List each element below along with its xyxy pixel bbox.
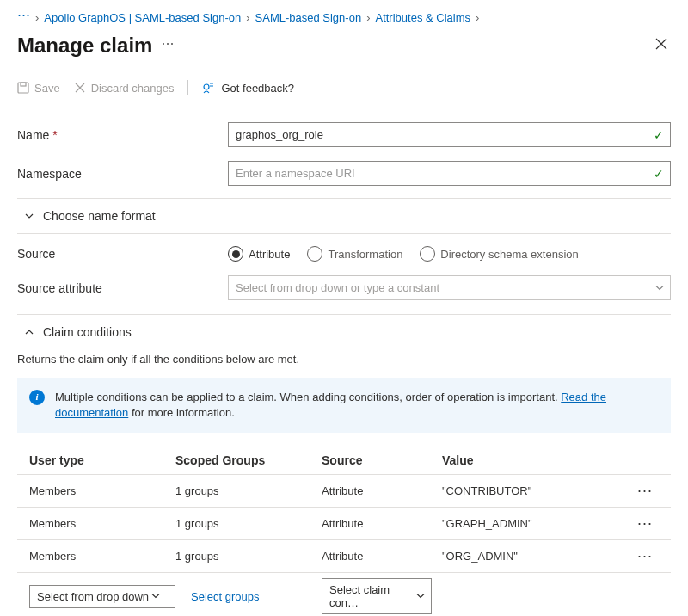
table-row: Members 1 groups Attribute "CONTRIBUTOR"… — [17, 475, 671, 508]
row-more-button[interactable]: ··· — [618, 547, 653, 565]
source-attr-label: Source attribute — [17, 281, 228, 295]
chevron-up-icon — [24, 326, 34, 339]
cell-value: "CONTRIBUTOR" — [442, 484, 618, 497]
toolbar: Save Discard changes Got feedback? — [17, 73, 671, 108]
claim-source-select[interactable]: Select claim con… — [322, 578, 432, 614]
cell-user: Members — [29, 517, 175, 530]
discard-icon — [74, 82, 86, 94]
conditions-table: User type Scoped Groups Source Value Mem… — [17, 447, 671, 616]
col-scoped-groups: Scoped Groups — [175, 453, 322, 467]
cell-source: Attribute — [322, 484, 442, 497]
table-row: Members 1 groups Attribute "GRAPH_ADMIN"… — [17, 508, 671, 540]
radio-label: Transformation — [328, 248, 402, 261]
feedback-button[interactable]: Got feedback? — [202, 81, 294, 95]
claim-conditions-label: Claim conditions — [43, 325, 132, 339]
check-icon: ✓ — [654, 128, 664, 142]
breadcrumb-sep: › — [476, 11, 479, 24]
breadcrumb-item-1[interactable]: SAML-based Sign-on — [255, 11, 362, 24]
save-icon — [17, 82, 29, 94]
info-banner: i Multiple conditions can be applied to … — [17, 378, 671, 433]
title-more-button[interactable]: ··· — [161, 34, 174, 56]
svg-point-2 — [204, 84, 209, 89]
breadcrumb-item-2[interactable]: Attributes & Claims — [375, 11, 470, 24]
new-condition-row: Select from drop down Select groups Sele… — [17, 573, 671, 616]
cell-groups: 1 groups — [175, 550, 322, 563]
info-icon: i — [29, 390, 45, 405]
info-text-suffix: for more information. — [128, 406, 235, 419]
close-icon — [655, 38, 667, 50]
radio-label: Attribute — [249, 248, 290, 261]
cell-value: "GRAPH_ADMIN" — [442, 517, 618, 530]
breadcrumb-item-0[interactable]: Apollo GraphOS | SAML-based Sign-on — [44, 11, 241, 24]
source-radio-attribute[interactable]: Attribute — [228, 246, 290, 262]
claim-conditions-expander[interactable]: Claim conditions — [17, 315, 671, 349]
namespace-label: Namespace — [17, 167, 228, 181]
claim-source-placeholder: Select claim con… — [329, 583, 390, 609]
cell-user: Members — [29, 484, 175, 497]
name-format-label: Choose name format — [43, 209, 156, 223]
name-format-expander[interactable]: Choose name format — [17, 199, 671, 234]
radio-label: Directory schema extension — [440, 248, 578, 261]
breadcrumb-sep: › — [35, 11, 39, 24]
toolbar-divider — [187, 80, 188, 95]
select-groups-link[interactable]: Select groups — [191, 590, 260, 603]
row-more-button[interactable]: ··· — [618, 482, 653, 500]
cell-value: "ORG_ADMIN" — [442, 550, 618, 563]
discard-label: Discard changes — [91, 82, 175, 95]
info-text-prefix: Multiple conditions can be applied to a … — [55, 391, 561, 403]
source-radio-transformation[interactable]: Transformation — [307, 246, 402, 262]
table-row: Members 1 groups Attribute "ORG_ADMIN" ·… — [17, 540, 671, 573]
source-radio-group: Attribute Transformation Directory schem… — [228, 246, 671, 262]
save-label: Save — [34, 82, 60, 95]
col-user-type: User type — [29, 453, 175, 467]
col-source: Source — [322, 453, 442, 467]
breadcrumb-sep: › — [366, 11, 370, 24]
row-more-button[interactable]: ··· — [618, 514, 653, 533]
user-type-placeholder: Select from drop down — [37, 590, 149, 603]
source-label: Source — [17, 247, 228, 261]
namespace-input[interactable] — [228, 161, 671, 186]
claim-conditions-desc: Returns the claim only if all the condit… — [17, 353, 671, 366]
feedback-icon — [202, 81, 216, 95]
cell-source: Attribute — [322, 517, 442, 530]
breadcrumb-ellipsis[interactable]: ··· — [17, 10, 30, 24]
user-type-select[interactable]: Select from drop down — [29, 585, 175, 608]
feedback-label: Got feedback? — [221, 82, 294, 95]
source-radio-directory[interactable]: Directory schema extension — [420, 246, 578, 262]
chevron-down-icon — [24, 210, 34, 223]
check-icon: ✓ — [654, 167, 664, 181]
discard-button[interactable]: Discard changes — [74, 82, 175, 95]
breadcrumb: ··· › Apollo GraphOS | SAML-based Sign-o… — [17, 10, 671, 24]
close-button[interactable] — [652, 33, 671, 58]
page-title: Manage claim — [17, 34, 152, 58]
name-label: Name * — [17, 128, 228, 142]
cell-user: Members — [29, 550, 175, 563]
cell-groups: 1 groups — [175, 517, 322, 530]
save-button[interactable]: Save — [17, 82, 60, 95]
breadcrumb-sep: › — [246, 11, 249, 24]
source-attr-select[interactable]: Select from drop down or type a constant — [228, 275, 671, 300]
svg-rect-1 — [21, 83, 26, 86]
name-input[interactable] — [228, 122, 671, 147]
col-value: Value — [442, 453, 618, 467]
cell-groups: 1 groups — [175, 484, 322, 497]
svg-rect-0 — [18, 83, 28, 93]
source-attr-placeholder: Select from drop down or type a constant — [236, 281, 439, 294]
cell-source: Attribute — [322, 550, 442, 563]
